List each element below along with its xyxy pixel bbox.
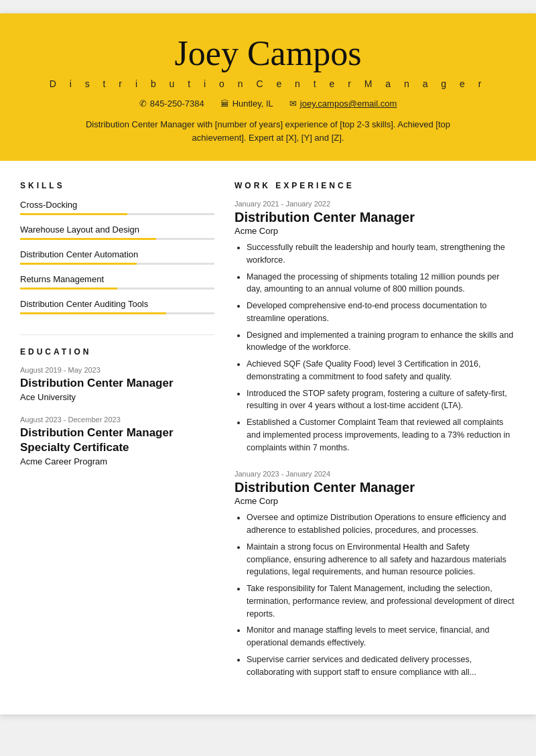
work-bullet: Successfully rebuilt the leadership and … xyxy=(247,241,516,267)
skill-item: Distribution Center Automation xyxy=(20,249,214,265)
education-section-title: EDUCATION xyxy=(20,347,214,357)
work-title: Distribution Center Manager xyxy=(234,480,516,495)
location-info: 🏛 Huntley, IL xyxy=(220,99,273,109)
body-section: SKILLS Cross-Docking Warehouse Layout an… xyxy=(0,161,536,714)
skill-bar-fill xyxy=(20,213,127,215)
divider-1 xyxy=(20,334,214,335)
contact-info: ✆ 845-250-7384 🏛 Huntley, IL ✉ joey.camp… xyxy=(27,99,509,109)
phone-number: 845-250-7384 xyxy=(150,99,204,109)
work-section-title: WORK EXPERIENCE xyxy=(234,181,516,190)
skill-bar-fill xyxy=(20,288,117,290)
skill-bar-fill xyxy=(20,312,166,314)
skill-name: Returns Management xyxy=(20,274,214,284)
edu-school: Acme Career Program xyxy=(20,456,214,466)
work-company: Acme Corp xyxy=(234,226,516,236)
skill-bar-bg xyxy=(20,288,214,290)
work-title: Distribution Center Manager xyxy=(234,210,516,225)
candidate-title: D i s t r i b u t i o n C e n t e r M a … xyxy=(27,78,509,89)
skill-bar-bg xyxy=(20,312,214,314)
location-icon: 🏛 xyxy=(220,99,229,109)
email-icon: ✉ xyxy=(289,99,297,109)
work-bullet: Oversee and optimize Distribution Operat… xyxy=(247,511,516,537)
skills-section: SKILLS Cross-Docking Warehouse Layout an… xyxy=(20,181,214,314)
resume-container: Joey Campos D i s t r i b u t i o n C e … xyxy=(0,13,536,714)
left-column: SKILLS Cross-Docking Warehouse Layout an… xyxy=(20,181,214,694)
phone-icon: ✆ xyxy=(139,99,147,109)
candidate-summary: Distribution Center Manager with [number… xyxy=(67,118,469,144)
work-bullet: Established a Customer Complaint Team th… xyxy=(247,416,516,454)
skill-item: Cross-Docking xyxy=(20,200,214,215)
skill-name: Distribution Center Automation xyxy=(20,249,214,259)
education-list: August 2019 - May 2023 Distribution Cent… xyxy=(20,366,214,466)
email-link[interactable]: joey.campos@email.com xyxy=(300,99,397,109)
work-bullet: Introduced the STOP safety program, fost… xyxy=(247,387,516,413)
work-bullet: Achieved SQF (Safe Quality Food) level 3… xyxy=(247,358,516,383)
work-bullet: Maintain a strong focus on Environmental… xyxy=(247,541,516,578)
work-list: January 2021 - January 2022 Distribution… xyxy=(234,200,516,678)
education-entry: August 2023 - December 2023 Distribution… xyxy=(20,416,214,466)
skill-item: Returns Management xyxy=(20,274,214,290)
work-entry: January 2023 - January 2024 Distribution… xyxy=(234,470,516,678)
skill-bar-bg xyxy=(20,238,214,240)
edu-degree: Distribution Center Manager xyxy=(20,376,214,391)
work-bullet: Take responsibility for Talent Managemen… xyxy=(247,582,516,620)
skill-bar-fill xyxy=(20,238,156,240)
skills-list: Cross-Docking Warehouse Layout and Desig… xyxy=(20,200,214,314)
skill-item: Warehouse Layout and Design xyxy=(20,225,214,240)
phone-info: ✆ 845-250-7384 xyxy=(139,99,204,109)
header-section: Joey Campos D i s t r i b u t i o n C e … xyxy=(0,13,536,161)
work-bullet: Supervise carrier services and dedicated… xyxy=(247,653,516,679)
skill-name: Cross-Docking xyxy=(20,200,214,210)
candidate-name: Joey Campos xyxy=(27,34,509,73)
edu-date: August 2019 - May 2023 xyxy=(20,366,214,374)
email-info: ✉ joey.campos@email.com xyxy=(289,99,397,109)
work-date: January 2023 - January 2024 xyxy=(234,470,516,478)
skill-name: Distribution Center Auditing Tools xyxy=(20,299,214,309)
skill-bar-bg xyxy=(20,213,214,215)
work-bullets: Oversee and optimize Distribution Operat… xyxy=(234,511,516,678)
work-bullet: Monitor and manage staffing levels to me… xyxy=(247,624,516,649)
edu-date: August 2023 - December 2023 xyxy=(20,416,214,424)
work-entry: January 2021 - January 2022 Distribution… xyxy=(234,200,516,454)
skill-bar-fill xyxy=(20,263,137,265)
work-bullet: Managed the processing of shipments tota… xyxy=(247,271,516,296)
work-bullet: Designed and implemented a training prog… xyxy=(247,329,516,355)
skill-bar-bg xyxy=(20,263,214,265)
edu-school: Ace University xyxy=(20,392,214,402)
skill-name: Warehouse Layout and Design xyxy=(20,225,214,235)
work-date: January 2021 - January 2022 xyxy=(234,200,516,208)
edu-degree: Distribution Center Manager Specialty Ce… xyxy=(20,426,214,455)
education-entry: August 2019 - May 2023 Distribution Cent… xyxy=(20,366,214,402)
work-company: Acme Corp xyxy=(234,496,516,506)
work-bullets: Successfully rebuilt the leadership and … xyxy=(234,241,516,454)
skill-item: Distribution Center Auditing Tools xyxy=(20,299,214,314)
right-column: WORK EXPERIENCE January 2021 - January 2… xyxy=(234,181,516,694)
education-section: EDUCATION August 2019 - May 2023 Distrib… xyxy=(20,347,214,466)
skills-section-title: SKILLS xyxy=(20,181,214,190)
location-text: Huntley, IL xyxy=(232,99,273,109)
work-bullet: Developed comprehensive end-to-end proce… xyxy=(247,300,516,325)
